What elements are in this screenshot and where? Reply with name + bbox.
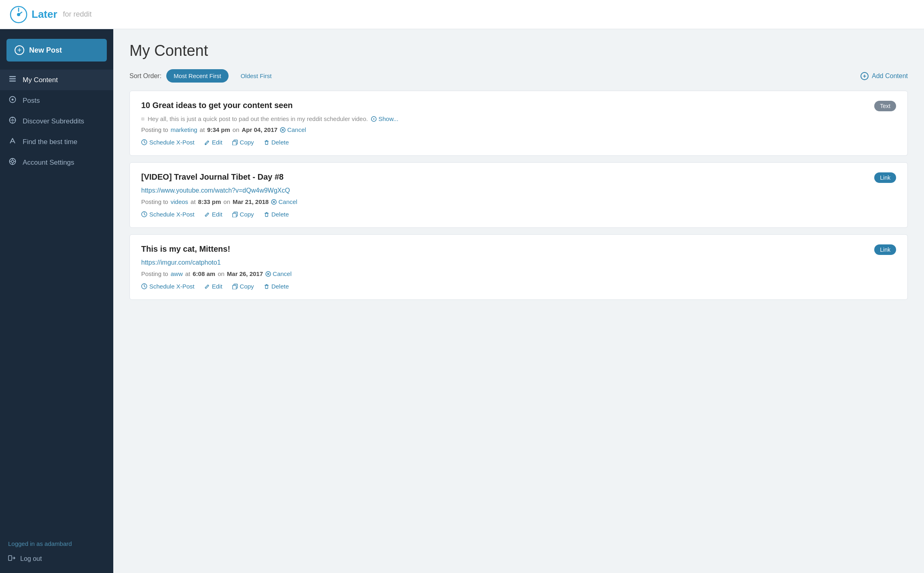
- card-link-post3[interactable]: https://imgur.com/catphoto1: [141, 259, 896, 266]
- badge-post3: Link: [874, 244, 896, 255]
- new-post-label: New Post: [29, 46, 62, 55]
- best-time-icon: [8, 137, 17, 146]
- app-layout: + New Post My Content Posts Discover Sub…: [0, 29, 924, 573]
- card-actions-post2: Schedule X-Post Edit Copy Delete: [141, 211, 896, 218]
- svg-line-30: [144, 142, 146, 144]
- svg-point-10: [12, 119, 13, 121]
- badge-post1: Text: [874, 101, 896, 111]
- copy-post3[interactable]: Copy: [232, 283, 254, 290]
- svg-point-8: [12, 99, 14, 101]
- card-header-post2: [VIDEO] Travel Journal Tibet - Day #8 Li…: [141, 172, 896, 183]
- subreddit-link-post2[interactable]: videos: [171, 198, 188, 205]
- card-description-post1: Hey all, this is just a quick post to pa…: [141, 115, 896, 122]
- svg-point-16: [11, 160, 14, 163]
- time-post2: 8:33 pm: [198, 198, 221, 205]
- sidebar-item-account-label: Account Settings: [23, 159, 74, 167]
- sidebar-footer: Logged in as adambard Log out: [0, 534, 113, 573]
- new-post-icon: +: [15, 45, 24, 55]
- main-content: My Content Sort Order: Most Recent First…: [113, 29, 924, 573]
- card-actions-post3: Schedule X-Post Edit Copy Delete: [141, 283, 896, 290]
- time-post3: 6:08 am: [193, 270, 215, 277]
- card-meta-post3: Posting to aww at 6:08 am on Mar 26, 201…: [141, 270, 896, 277]
- svg-rect-59: [233, 285, 236, 289]
- subreddit-link-post3[interactable]: aww: [171, 270, 183, 277]
- edit-post3[interactable]: Edit: [204, 283, 223, 290]
- svg-rect-35: [233, 141, 236, 145]
- copy-post1[interactable]: Copy: [232, 139, 254, 146]
- sort-bar: Sort Order: Most Recent First Oldest Fir…: [129, 69, 908, 83]
- logged-in-text: Logged in as adambard: [8, 540, 105, 547]
- date-post2: Mar 21, 2018: [233, 198, 269, 205]
- content-card-post3: This is my cat, Mittens! Link https://im…: [129, 234, 908, 300]
- svg-rect-6: [9, 81, 16, 82]
- sidebar-item-discover-label: Discover Subreddits: [23, 117, 84, 125]
- new-post-button[interactable]: + New Post: [6, 39, 107, 62]
- sidebar-item-my-content-label: My Content: [23, 76, 58, 84]
- content-card-post1: 10 Great ideas to get your content seen …: [129, 91, 908, 156]
- posts-icon: [8, 96, 17, 105]
- schedule-xpost-post3[interactable]: Schedule X-Post: [141, 283, 195, 290]
- date-post3: Mar 26, 2017: [227, 270, 263, 277]
- sidebar-item-best-time[interactable]: Find the best time: [0, 132, 113, 152]
- sidebar-item-posts[interactable]: Posts: [0, 90, 113, 111]
- logo-brand: Later: [32, 8, 57, 21]
- page-title: My Content: [129, 42, 908, 59]
- logo-subbrand: for reddit: [63, 10, 92, 19]
- cancel-post2[interactable]: Cancel: [271, 198, 297, 205]
- svg-rect-60: [265, 285, 268, 289]
- sidebar: + New Post My Content Posts Discover Sub…: [0, 29, 113, 573]
- svg-point-24: [373, 118, 375, 119]
- app-header: Laterfor reddit: [0, 0, 924, 29]
- card-title-post1: 10 Great ideas to get your content seen: [141, 101, 293, 110]
- schedule-xpost-post1[interactable]: Schedule X-Post: [141, 139, 195, 146]
- svg-line-45: [144, 214, 146, 216]
- badge-post2: Link: [874, 172, 896, 183]
- subreddit-link-post1[interactable]: marketing: [171, 126, 197, 133]
- sidebar-item-account[interactable]: Account Settings: [0, 152, 113, 173]
- show-link-post1[interactable]: Show...: [371, 115, 398, 122]
- card-header-post1: 10 Great ideas to get your content seen …: [141, 101, 896, 111]
- delete-post3[interactable]: Delete: [264, 283, 289, 290]
- add-content-label: Add Content: [872, 72, 908, 80]
- date-post1: Apr 04, 2017: [242, 126, 277, 133]
- cancel-post1[interactable]: Cancel: [280, 126, 306, 133]
- svg-line-31: [208, 141, 209, 142]
- discover-icon: [8, 117, 17, 126]
- sort-label: Sort Order:: [129, 72, 161, 80]
- delete-post2[interactable]: Delete: [264, 211, 289, 218]
- card-title-post2: [VIDEO] Travel Journal Tibet - Day #8: [141, 172, 284, 182]
- content-card-post2: [VIDEO] Travel Journal Tibet - Day #8 Li…: [129, 162, 908, 228]
- card-title-post3: This is my cat, Mittens!: [141, 244, 230, 254]
- edit-post2[interactable]: Edit: [204, 211, 223, 218]
- sidebar-item-my-content[interactable]: My Content: [0, 70, 113, 90]
- svg-line-57: [144, 286, 146, 288]
- svg-rect-47: [233, 213, 236, 217]
- card-header-post3: This is my cat, Mittens! Link: [141, 244, 896, 255]
- logout-button[interactable]: Log out: [8, 551, 105, 567]
- add-content-button[interactable]: + Add Content: [860, 72, 908, 80]
- time-post1: 9:34 pm: [207, 126, 230, 133]
- sidebar-item-posts-label: Posts: [23, 97, 40, 105]
- my-content-icon: [8, 75, 17, 85]
- svg-rect-21: [8, 556, 12, 560]
- card-link-post2[interactable]: https://www.youtube.com/watch?v=dQw4w9Wg…: [141, 187, 896, 194]
- copy-post2[interactable]: Copy: [232, 211, 254, 218]
- account-icon: [8, 158, 17, 167]
- description-text-post1: Hey all, this is just a quick post to pa…: [148, 115, 368, 122]
- card-meta-post1: Posting to marketing at 9:34 pm on Apr 0…: [141, 126, 896, 133]
- edit-post1[interactable]: Edit: [204, 139, 223, 146]
- svg-rect-4: [9, 76, 16, 77]
- card-actions-post1: Schedule X-Post Edit Copy Delete: [141, 139, 896, 146]
- svg-rect-5: [9, 79, 16, 80]
- svg-rect-36: [265, 141, 268, 144]
- svg-rect-48: [265, 213, 268, 216]
- logout-icon: [8, 554, 15, 563]
- sort-recent-button[interactable]: Most Recent First: [166, 69, 229, 83]
- sort-options: Sort Order: Most Recent First Oldest Fir…: [129, 69, 279, 83]
- sidebar-item-discover[interactable]: Discover Subreddits: [0, 111, 113, 132]
- cancel-post3[interactable]: Cancel: [265, 270, 292, 277]
- logo: Laterfor reddit: [10, 6, 92, 23]
- delete-post1[interactable]: Delete: [264, 139, 289, 146]
- schedule-xpost-post2[interactable]: Schedule X-Post: [141, 211, 195, 218]
- sort-oldest-button[interactable]: Oldest First: [233, 69, 279, 83]
